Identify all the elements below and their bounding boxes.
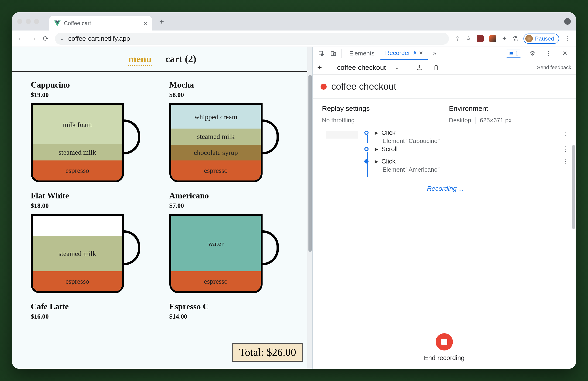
back-button[interactable]: ← <box>17 35 24 43</box>
tab-elements[interactable]: Elements <box>345 47 379 60</box>
mug-layer <box>33 216 122 236</box>
product-card[interactable]: Americano $7.00 espressowater <box>169 191 294 293</box>
export-icon[interactable] <box>414 64 425 71</box>
url-text: coffee-cart.netlify.app <box>68 35 130 42</box>
avatar-icon <box>525 35 533 42</box>
step-menu-icon[interactable]: ⋮ <box>562 131 569 137</box>
mug-cup: espressochocolate syrupsteamed milkwhipp… <box>169 103 263 182</box>
mug-cup: espressosteamed milk <box>31 214 124 293</box>
total-box[interactable]: Total: $26.00 <box>232 343 303 362</box>
env-device[interactable]: Desktop <box>449 117 471 124</box>
product-name: Flat White <box>31 191 155 201</box>
tab-recorder-close-icon[interactable]: ✕ <box>419 50 423 56</box>
extension-icon-1[interactable] <box>477 35 484 42</box>
chevron-right-icon[interactable]: ▶ <box>375 159 378 164</box>
labs-icon[interactable]: ⚗ <box>512 35 518 42</box>
traffic-min[interactable] <box>26 19 31 24</box>
traffic-close[interactable] <box>17 19 22 24</box>
site-info-icon[interactable]: ⌄ <box>60 36 64 41</box>
product-name: Americano <box>169 191 294 201</box>
profile-paused-chip[interactable]: Paused <box>524 34 559 44</box>
browser-tab[interactable]: Coffee cart × <box>49 16 152 31</box>
mug-layer: steamed milk <box>33 236 122 271</box>
mug-layer: espresso <box>171 271 261 291</box>
product-price: $19.00 <box>31 91 155 99</box>
mug: espressowater <box>169 214 281 293</box>
product-card[interactable]: Mocha $8.00 espressochocolate syrupsteam… <box>169 80 294 182</box>
product-card[interactable]: Espresso C $14.00 <box>169 301 294 320</box>
step-menu-icon[interactable]: ⋮ <box>562 158 569 165</box>
product-card[interactable]: Cafe Latte $16.00 <box>31 301 155 320</box>
messages-badge[interactable]: 1 <box>506 50 521 58</box>
devtools-settings-icon[interactable]: ⚙ <box>527 50 538 57</box>
step-row[interactable]: ▶ Click ⋮ Element "Cappucino" <box>322 131 569 143</box>
delete-icon[interactable] <box>431 64 441 71</box>
profile-indicator-icon[interactable] <box>564 18 571 25</box>
mug-cup: espressowater <box>169 214 263 293</box>
devtools-tabbar: Elements Recorder ⚗ ✕ » 1 ⚙ ⋮ <box>313 47 576 60</box>
mug-layer: espresso <box>33 160 122 180</box>
send-feedback-link[interactable]: Send feedback <box>537 64 571 71</box>
steps-area: ▶ Click ⋮ Element "Cappucino" ▶ Scroll ⋮… <box>313 131 576 327</box>
browser-window: Coffee cart × + ← → ⟳ ⌄ coffee-cart.netl… <box>12 12 576 369</box>
end-recording-section: End recording <box>313 327 576 369</box>
traffic-max[interactable] <box>34 19 39 24</box>
page-viewport: menu cart (2) Cappucino $19.00 espressos… <box>12 47 313 369</box>
extension-icon-2[interactable] <box>489 35 496 42</box>
timeline-node <box>364 147 369 151</box>
end-recording-label: End recording <box>313 354 576 362</box>
page-nav: menu cart (2) <box>12 47 312 72</box>
scrollbar-thumb[interactable] <box>308 75 312 252</box>
step-row[interactable]: ▶ Click ⋮ Element "Americano" <box>322 155 569 176</box>
product-card[interactable]: Flat White $18.00 espressosteamed milk <box>31 191 155 293</box>
more-tabs-icon[interactable]: » <box>429 47 440 60</box>
steps-scrollbar[interactable] <box>571 131 576 327</box>
product-price: $14.00 <box>169 313 294 320</box>
replay-heading: Replay settings <box>322 104 440 113</box>
stop-recording-button[interactable] <box>436 333 453 350</box>
devtools-menu-icon[interactable]: ⋮ <box>543 50 554 57</box>
timeline-node <box>364 159 369 163</box>
inspect-icon[interactable] <box>316 47 327 60</box>
forward-button[interactable]: → <box>30 35 36 43</box>
new-recording-button[interactable]: + <box>317 63 322 72</box>
env-dims[interactable]: 625×671 px <box>480 117 512 124</box>
step-title: Scroll <box>381 145 398 153</box>
reload-button[interactable]: ⟳ <box>42 35 49 43</box>
recording-status: Recording ... <box>322 185 569 192</box>
page-scrollbar[interactable] <box>307 47 312 369</box>
tab-recorder-label: Recorder <box>385 49 410 57</box>
share-icon[interactable]: ⇪ <box>455 35 460 42</box>
replay-value[interactable]: No throttling <box>322 117 440 124</box>
step-row[interactable]: ▶ Scroll ⋮ <box>322 143 569 155</box>
titlebar: Coffee cart × + <box>12 12 576 31</box>
product-card[interactable]: Cappucino $19.00 espressosteamed milkmil… <box>31 80 155 182</box>
mug-layer: chocolate syrup <box>171 145 261 161</box>
steps-scrollbar-thumb[interactable] <box>572 145 575 229</box>
bookmark-icon[interactable]: ☆ <box>466 35 471 42</box>
mug: espressosteamed milkmilk foam <box>31 103 143 182</box>
step-title: Click <box>381 131 396 137</box>
browser-menu-icon[interactable]: ⋮ <box>565 35 571 42</box>
product-price: $8.00 <box>169 91 294 99</box>
step-menu-icon[interactable]: ⋮ <box>562 145 569 153</box>
product-price: $7.00 <box>169 202 294 209</box>
omnibox[interactable]: ⌄ coffee-cart.netlify.app <box>55 33 449 45</box>
step-subtitle: Element "Americano" <box>382 166 569 173</box>
product-price: $18.00 <box>31 202 155 209</box>
extensions-icon[interactable]: ✦ <box>502 35 507 42</box>
devtools-close-icon[interactable]: ✕ <box>560 50 570 57</box>
chevron-right-icon[interactable]: ▶ <box>375 146 378 152</box>
mug-layer: water <box>171 216 261 271</box>
tab-close-icon[interactable]: × <box>144 20 147 27</box>
flow-name[interactable]: coffee checkout <box>337 63 386 72</box>
new-tab-button[interactable]: + <box>159 17 164 26</box>
flow-dropdown-icon[interactable]: ⌄ <box>395 64 399 71</box>
chevron-right-icon[interactable]: ▶ <box>375 131 378 136</box>
device-toggle-icon[interactable] <box>328 47 339 60</box>
nav-cart-link[interactable]: cart (2) <box>166 53 196 66</box>
nav-menu-link[interactable]: menu <box>128 53 151 66</box>
recorder-settings-row: Replay settings No throttling Environmen… <box>313 99 576 131</box>
tab-title: Coffee cart <box>64 20 91 27</box>
tab-recorder[interactable]: Recorder ⚗ ✕ <box>380 47 428 60</box>
